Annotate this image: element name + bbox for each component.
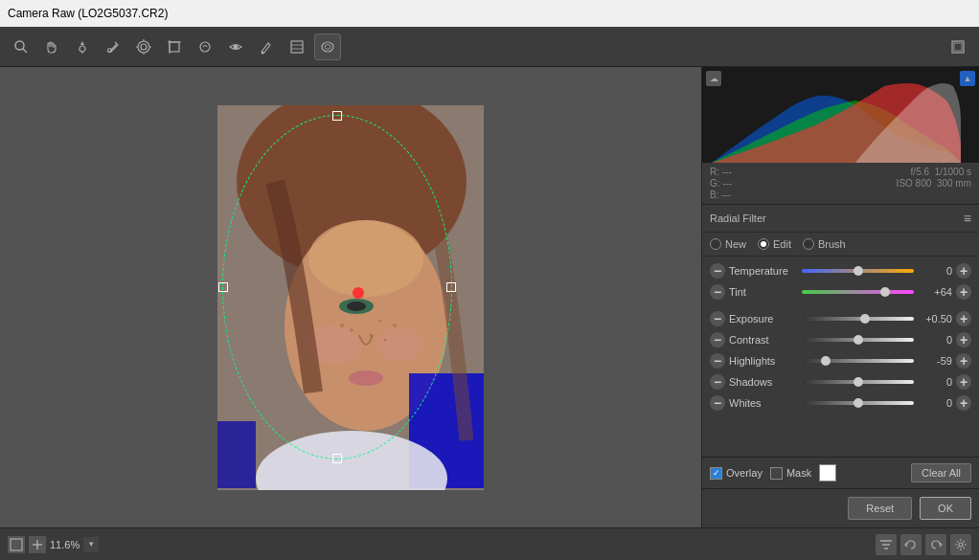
highlights-thumb[interactable] xyxy=(821,356,831,366)
tint-thumb[interactable] xyxy=(880,287,890,297)
svg-point-0 xyxy=(15,41,24,50)
radio-brush-btn[interactable] xyxy=(803,238,814,250)
exposure-label: Exposure xyxy=(729,313,798,325)
crop-tool[interactable] xyxy=(161,34,188,60)
shadows-thumb[interactable] xyxy=(854,377,863,387)
highlights-plus[interactable]: + xyxy=(956,353,971,369)
overlay-checkbox-label[interactable]: Overlay xyxy=(710,467,763,480)
canvas-area[interactable] xyxy=(0,67,701,527)
exposure-thumb[interactable] xyxy=(860,314,870,324)
svg-line-1 xyxy=(23,49,27,53)
right-panel: ☁ ▲ R: --- G: --- B: --- xyxy=(701,67,979,527)
settings-button[interactable] xyxy=(950,534,971,555)
temperature-value: 0 xyxy=(918,265,952,277)
radial-filter-tool[interactable] xyxy=(314,34,341,60)
svg-point-29 xyxy=(376,327,423,362)
clear-all-button[interactable]: Clear All xyxy=(911,463,971,482)
temperature-minus[interactable]: − xyxy=(710,263,725,279)
radio-brush[interactable]: Brush xyxy=(803,238,846,250)
whites-plus[interactable]: + xyxy=(956,395,971,411)
contrast-slider[interactable] xyxy=(802,338,914,342)
radial-center-point[interactable] xyxy=(353,287,364,299)
screen-mode-button[interactable] xyxy=(945,34,971,60)
shadows-value: 0 xyxy=(918,376,952,388)
mask-color-swatch[interactable] xyxy=(819,464,836,482)
svg-point-5 xyxy=(138,41,149,53)
color-sampler-tool[interactable] xyxy=(100,34,126,60)
ok-button[interactable]: OK xyxy=(920,497,971,520)
panel-menu-button[interactable]: ≡ xyxy=(964,211,971,226)
radio-edit[interactable]: Edit xyxy=(758,238,791,250)
highlights-minus[interactable]: − xyxy=(710,353,725,369)
svg-point-4 xyxy=(108,48,112,52)
shadows-row: − Shadows 0 + xyxy=(702,371,979,392)
rotate-cw-button[interactable] xyxy=(925,534,946,555)
r-label: R: --- xyxy=(710,167,758,177)
exposure-row: − Exposure +0.50 + xyxy=(702,308,979,329)
toolbar-right xyxy=(945,34,971,60)
zoom-dropdown-button[interactable]: ▼ xyxy=(83,537,99,552)
shadows-plus[interactable]: + xyxy=(956,374,971,390)
targeted-adjustment-tool[interactable] xyxy=(130,34,157,60)
exposure-slider[interactable] xyxy=(802,317,914,321)
adjustment-brush-tool[interactable] xyxy=(253,34,280,60)
contrast-plus[interactable]: + xyxy=(956,332,971,347)
mask-checkbox[interactable] xyxy=(770,467,783,480)
highlights-row: − Highlights -59 + xyxy=(702,350,979,371)
svg-point-45 xyxy=(959,543,963,547)
hand-tool[interactable] xyxy=(38,34,65,60)
spot-removal-tool[interactable] xyxy=(192,34,218,60)
shadows-track-container xyxy=(802,380,914,384)
tint-plus[interactable]: + xyxy=(956,284,971,300)
tint-minus[interactable]: − xyxy=(710,284,725,300)
red-eye-tool[interactable] xyxy=(222,34,249,60)
bottom-bar: 11.6% ▼ xyxy=(0,527,979,560)
rotate-ccw-button[interactable] xyxy=(900,534,922,555)
mask-checkbox-label[interactable]: Mask xyxy=(770,467,811,480)
temperature-thumb[interactable] xyxy=(854,266,863,276)
zoom-plus-button[interactable] xyxy=(29,536,46,553)
shadows-minus[interactable]: − xyxy=(710,374,725,390)
overlay-label: Overlay xyxy=(726,467,763,479)
exposure-plus[interactable]: + xyxy=(956,311,971,326)
zoom-tool[interactable] xyxy=(8,34,34,60)
radio-new-label: New xyxy=(725,238,746,250)
contrast-minus[interactable]: − xyxy=(710,332,725,347)
sliders-panel: − Temperature 0 + − Tint xyxy=(702,257,979,457)
whites-track-container xyxy=(802,401,914,405)
filter-button[interactable] xyxy=(876,534,897,555)
temperature-slider[interactable] xyxy=(802,269,914,273)
highlights-label: Highlights xyxy=(729,355,798,367)
svg-point-21 xyxy=(325,44,330,49)
radio-new[interactable]: New xyxy=(710,238,746,250)
panel-title-label: Radial Filter xyxy=(710,213,766,224)
temperature-track-container xyxy=(802,269,914,273)
radio-edit-label: Edit xyxy=(773,238,791,250)
shadows-slider[interactable] xyxy=(802,380,914,384)
whites-minus[interactable]: − xyxy=(710,395,725,411)
radio-new-btn[interactable] xyxy=(710,238,721,250)
tint-track-container xyxy=(802,290,914,294)
white-balance-tool[interactable] xyxy=(69,34,96,60)
radio-edit-btn[interactable] xyxy=(758,238,769,250)
action-buttons-row: Reset OK xyxy=(702,488,979,527)
tint-slider[interactable] xyxy=(802,290,914,294)
overlay-checkbox[interactable] xyxy=(710,467,722,480)
zoom-controls: 11.6% ▼ xyxy=(8,536,99,553)
temperature-plus[interactable]: + xyxy=(956,263,971,279)
exposure-minus[interactable]: − xyxy=(710,311,725,326)
whites-slider[interactable] xyxy=(802,401,914,405)
bottom-right-controls xyxy=(876,534,971,555)
svg-point-41 xyxy=(393,324,397,327)
zoom-level: 11.6% xyxy=(50,539,80,550)
svg-rect-42 xyxy=(11,539,22,550)
whites-thumb[interactable] xyxy=(854,398,863,408)
reset-button[interactable]: Reset xyxy=(848,497,912,520)
zoom-fit-button[interactable] xyxy=(8,536,25,553)
graduated-filter-tool[interactable] xyxy=(284,34,310,60)
svg-rect-17 xyxy=(291,41,303,53)
window-title: Camera Raw (LO2G5037.CR2) xyxy=(8,7,168,20)
highlights-slider[interactable] xyxy=(802,359,914,363)
svg-rect-31 xyxy=(217,421,256,488)
contrast-thumb[interactable] xyxy=(854,335,863,345)
